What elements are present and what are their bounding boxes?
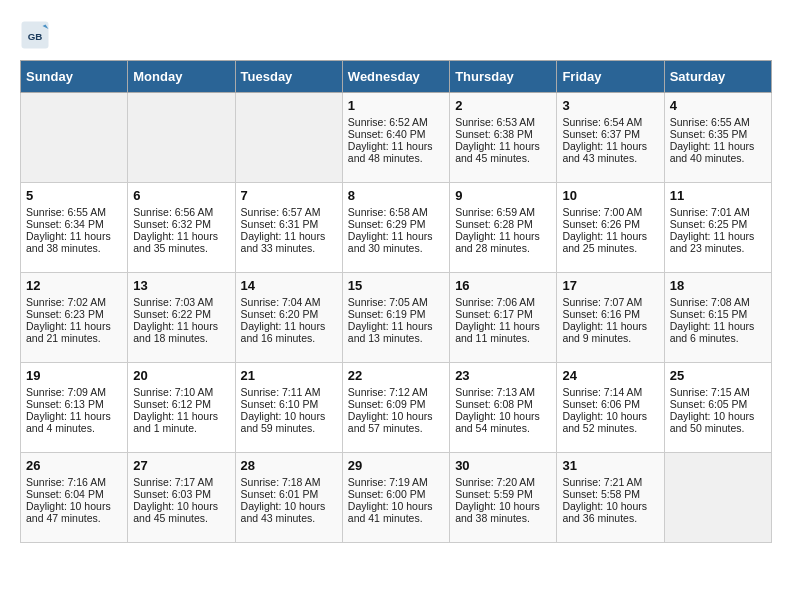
calendar-cell: 2Sunrise: 6:53 AMSunset: 6:38 PMDaylight…	[450, 93, 557, 183]
calendar-cell: 21Sunrise: 7:11 AMSunset: 6:10 PMDayligh…	[235, 363, 342, 453]
calendar-cell: 23Sunrise: 7:13 AMSunset: 6:08 PMDayligh…	[450, 363, 557, 453]
weekday-header-monday: Monday	[128, 61, 235, 93]
calendar-cell: 14Sunrise: 7:04 AMSunset: 6:20 PMDayligh…	[235, 273, 342, 363]
cell-text: Daylight: 11 hours and 6 minutes.	[670, 320, 766, 344]
cell-text: Sunset: 6:25 PM	[670, 218, 766, 230]
day-number: 11	[670, 188, 766, 203]
cell-text: Daylight: 10 hours and 50 minutes.	[670, 410, 766, 434]
cell-text: Daylight: 11 hours and 48 minutes.	[348, 140, 444, 164]
cell-text: Daylight: 11 hours and 45 minutes.	[455, 140, 551, 164]
day-number: 14	[241, 278, 337, 293]
cell-text: Sunrise: 6:53 AM	[455, 116, 551, 128]
cell-text: Sunset: 6:31 PM	[241, 218, 337, 230]
cell-text: Daylight: 11 hours and 43 minutes.	[562, 140, 658, 164]
calendar-cell: 11Sunrise: 7:01 AMSunset: 6:25 PMDayligh…	[664, 183, 771, 273]
calendar-cell: 25Sunrise: 7:15 AMSunset: 6:05 PMDayligh…	[664, 363, 771, 453]
calendar-cell: 24Sunrise: 7:14 AMSunset: 6:06 PMDayligh…	[557, 363, 664, 453]
calendar-cell: 8Sunrise: 6:58 AMSunset: 6:29 PMDaylight…	[342, 183, 449, 273]
cell-text: Sunset: 6:10 PM	[241, 398, 337, 410]
day-number: 6	[133, 188, 229, 203]
calendar-cell: 28Sunrise: 7:18 AMSunset: 6:01 PMDayligh…	[235, 453, 342, 543]
day-number: 4	[670, 98, 766, 113]
cell-text: Sunset: 6:29 PM	[348, 218, 444, 230]
calendar-cell: 17Sunrise: 7:07 AMSunset: 6:16 PMDayligh…	[557, 273, 664, 363]
cell-text: Sunrise: 7:09 AM	[26, 386, 122, 398]
calendar-cell: 19Sunrise: 7:09 AMSunset: 6:13 PMDayligh…	[21, 363, 128, 453]
cell-text: Sunset: 6:04 PM	[26, 488, 122, 500]
day-number: 12	[26, 278, 122, 293]
cell-text: Sunrise: 7:03 AM	[133, 296, 229, 308]
cell-text: Sunset: 6:00 PM	[348, 488, 444, 500]
calendar-cell: 27Sunrise: 7:17 AMSunset: 6:03 PMDayligh…	[128, 453, 235, 543]
cell-text: Sunrise: 7:14 AM	[562, 386, 658, 398]
logo: GB	[20, 20, 54, 50]
cell-text: Daylight: 10 hours and 43 minutes.	[241, 500, 337, 524]
cell-text: Daylight: 11 hours and 4 minutes.	[26, 410, 122, 434]
cell-text: Sunrise: 7:01 AM	[670, 206, 766, 218]
weekday-header-wednesday: Wednesday	[342, 61, 449, 93]
cell-text: Sunrise: 7:05 AM	[348, 296, 444, 308]
cell-text: Sunrise: 6:52 AM	[348, 116, 444, 128]
cell-text: Sunset: 6:05 PM	[670, 398, 766, 410]
cell-text: Daylight: 10 hours and 41 minutes.	[348, 500, 444, 524]
cell-text: Sunset: 6:38 PM	[455, 128, 551, 140]
cell-text: Sunrise: 7:16 AM	[26, 476, 122, 488]
day-number: 28	[241, 458, 337, 473]
day-number: 19	[26, 368, 122, 383]
calendar-cell	[664, 453, 771, 543]
day-number: 10	[562, 188, 658, 203]
cell-text: Sunset: 6:26 PM	[562, 218, 658, 230]
day-number: 5	[26, 188, 122, 203]
logo-icon: GB	[20, 20, 50, 50]
cell-text: Sunrise: 6:58 AM	[348, 206, 444, 218]
calendar-cell: 13Sunrise: 7:03 AMSunset: 6:22 PMDayligh…	[128, 273, 235, 363]
calendar-cell: 12Sunrise: 7:02 AMSunset: 6:23 PMDayligh…	[21, 273, 128, 363]
cell-text: Sunrise: 6:54 AM	[562, 116, 658, 128]
cell-text: Sunset: 6:03 PM	[133, 488, 229, 500]
day-number: 3	[562, 98, 658, 113]
cell-text: Sunrise: 6:59 AM	[455, 206, 551, 218]
cell-text: Sunset: 6:35 PM	[670, 128, 766, 140]
cell-text: Sunset: 6:08 PM	[455, 398, 551, 410]
calendar-cell	[128, 93, 235, 183]
cell-text: Sunrise: 6:55 AM	[26, 206, 122, 218]
cell-text: Sunset: 6:15 PM	[670, 308, 766, 320]
cell-text: Sunrise: 7:08 AM	[670, 296, 766, 308]
day-number: 22	[348, 368, 444, 383]
day-number: 25	[670, 368, 766, 383]
cell-text: Sunset: 6:22 PM	[133, 308, 229, 320]
day-number: 27	[133, 458, 229, 473]
cell-text: Sunrise: 7:02 AM	[26, 296, 122, 308]
day-number: 16	[455, 278, 551, 293]
day-number: 26	[26, 458, 122, 473]
calendar-cell: 15Sunrise: 7:05 AMSunset: 6:19 PMDayligh…	[342, 273, 449, 363]
cell-text: Daylight: 11 hours and 1 minute.	[133, 410, 229, 434]
cell-text: Sunset: 5:59 PM	[455, 488, 551, 500]
cell-text: Sunset: 6:06 PM	[562, 398, 658, 410]
calendar-cell: 18Sunrise: 7:08 AMSunset: 6:15 PMDayligh…	[664, 273, 771, 363]
day-number: 20	[133, 368, 229, 383]
cell-text: Sunrise: 7:21 AM	[562, 476, 658, 488]
cell-text: Sunrise: 7:13 AM	[455, 386, 551, 398]
cell-text: Sunset: 6:12 PM	[133, 398, 229, 410]
weekday-header-sunday: Sunday	[21, 61, 128, 93]
day-number: 1	[348, 98, 444, 113]
cell-text: Daylight: 10 hours and 38 minutes.	[455, 500, 551, 524]
cell-text: Sunrise: 7:17 AM	[133, 476, 229, 488]
day-number: 30	[455, 458, 551, 473]
cell-text: Sunrise: 7:19 AM	[348, 476, 444, 488]
cell-text: Sunset: 6:01 PM	[241, 488, 337, 500]
day-number: 15	[348, 278, 444, 293]
cell-text: Daylight: 11 hours and 38 minutes.	[26, 230, 122, 254]
cell-text: Daylight: 11 hours and 28 minutes.	[455, 230, 551, 254]
cell-text: Sunset: 6:32 PM	[133, 218, 229, 230]
calendar-cell: 1Sunrise: 6:52 AMSunset: 6:40 PMDaylight…	[342, 93, 449, 183]
cell-text: Daylight: 11 hours and 13 minutes.	[348, 320, 444, 344]
weekday-header-saturday: Saturday	[664, 61, 771, 93]
cell-text: Daylight: 11 hours and 18 minutes.	[133, 320, 229, 344]
calendar-week-1: 1Sunrise: 6:52 AMSunset: 6:40 PMDaylight…	[21, 93, 772, 183]
calendar-table: SundayMondayTuesdayWednesdayThursdayFrid…	[20, 60, 772, 543]
day-number: 23	[455, 368, 551, 383]
day-number: 24	[562, 368, 658, 383]
svg-text:GB: GB	[28, 31, 43, 42]
